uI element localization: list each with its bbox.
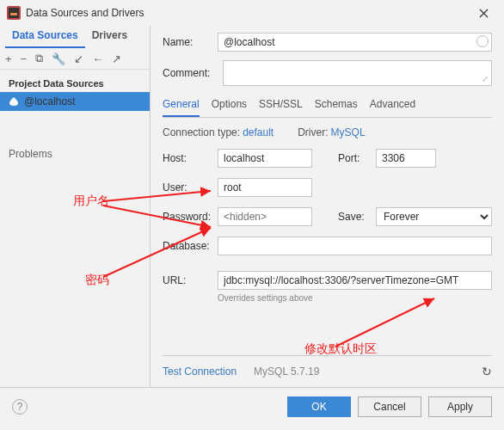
- conn-type-label: Connection type:: [163, 126, 240, 138]
- reset-icon[interactable]: ↗: [112, 52, 121, 65]
- url-input[interactable]: [218, 271, 492, 290]
- tab-options[interactable]: Options: [212, 95, 247, 117]
- detail-tabs: General Options SSH/SSL Schemas Advanced: [163, 95, 492, 118]
- test-connection-link[interactable]: Test Connection: [163, 366, 237, 378]
- sidebar: Data Sources Drivers + − ⧉ 🔧 ↙ ← ↗ Proje…: [0, 26, 151, 387]
- titlebar: Data Sources and Drivers: [0, 0, 504, 26]
- datasource-icon: [9, 96, 19, 107]
- expand-icon[interactable]: ⤢: [482, 75, 489, 83]
- name-label: Name:: [163, 36, 218, 48]
- database-label: Database:: [163, 240, 218, 252]
- undo-icon[interactable]: ↙: [74, 52, 83, 65]
- comment-label: Comment:: [163, 67, 223, 79]
- content-panel: Name: Comment: ⤢ General Options SSH/SSL…: [151, 26, 504, 387]
- tree-section-header: Project Data Sources: [0, 75, 150, 92]
- host-input[interactable]: [218, 149, 312, 168]
- cancel-button[interactable]: Cancel: [358, 396, 421, 417]
- url-label: URL:: [163, 274, 218, 286]
- user-input[interactable]: [218, 178, 312, 197]
- port-input[interactable]: [376, 149, 436, 168]
- add-icon[interactable]: +: [5, 52, 12, 65]
- tab-sshssl[interactable]: SSH/SSL: [259, 95, 303, 117]
- problems-section[interactable]: Problems: [0, 133, 150, 387]
- app-icon: [7, 6, 21, 20]
- remove-icon[interactable]: −: [21, 52, 28, 65]
- comment-input[interactable]: ⤢: [223, 60, 492, 86]
- conn-type-link[interactable]: default: [243, 126, 274, 138]
- tab-data-sources[interactable]: Data Sources: [5, 26, 85, 48]
- password-input[interactable]: [218, 207, 312, 226]
- host-label: Host:: [163, 152, 218, 164]
- svg-rect-2: [10, 13, 17, 15]
- ok-button[interactable]: OK: [287, 396, 351, 417]
- user-label: User:: [163, 181, 218, 194]
- tab-advanced[interactable]: Advanced: [370, 95, 415, 117]
- driver-label: Driver:: [298, 126, 328, 138]
- driver-version: MySQL 5.7.19: [254, 366, 319, 378]
- tab-schemas[interactable]: Schemas: [315, 95, 358, 117]
- close-button[interactable]: [470, 3, 497, 23]
- dialog-footer: ? OK Cancel Apply: [0, 387, 504, 425]
- collapse-icon[interactable]: ←: [92, 52, 103, 65]
- port-label: Port:: [338, 152, 376, 164]
- tab-general[interactable]: General: [163, 95, 200, 117]
- refresh-icon[interactable]: ↻: [482, 365, 492, 378]
- copy-icon[interactable]: ⧉: [35, 52, 43, 65]
- help-button[interactable]: ?: [12, 399, 28, 415]
- window-title: Data Sources and Drivers: [26, 7, 470, 19]
- driver-link[interactable]: MySQL: [331, 126, 366, 138]
- password-label: Password:: [163, 211, 218, 223]
- name-input[interactable]: [218, 33, 492, 52]
- tab-drivers[interactable]: Drivers: [85, 26, 134, 48]
- wrench-icon[interactable]: 🔧: [52, 52, 65, 65]
- sidebar-toolbar: + − ⧉ 🔧 ↙ ← ↗: [0, 48, 150, 70]
- tree-item-label: @localhost: [24, 95, 76, 108]
- apply-button[interactable]: Apply: [428, 396, 492, 417]
- save-label: Save:: [338, 211, 376, 223]
- save-select[interactable]: Forever: [376, 207, 492, 226]
- tree-item-localhost[interactable]: @localhost: [0, 92, 150, 111]
- color-badge-icon[interactable]: [476, 35, 489, 47]
- url-override-note: Overrides settings above: [218, 293, 492, 303]
- database-input[interactable]: [218, 236, 492, 255]
